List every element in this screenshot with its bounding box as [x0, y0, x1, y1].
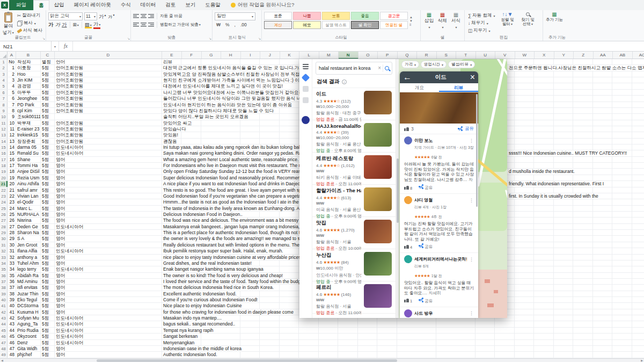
font-color-button[interactable]: 가▾	[93, 21, 101, 29]
row-header-29[interactable]: 29	[0, 230, 8, 235]
cell[interactable]: 5점	[41, 150, 55, 156]
sheet-row-48[interactable]: 4847Gita Widh5점영어Indonesian oase in the …	[0, 346, 644, 352]
row-header-27[interactable]: 27	[0, 218, 8, 223]
more-options-icon[interactable]: ⋮	[469, 310, 474, 316]
cell[interactable]: 5점	[41, 120, 55, 126]
column-header-Z[interactable]: Z	[574, 52, 594, 59]
cell[interactable]: Renald Su	[16, 150, 41, 156]
cell[interactable]: Eko Tegul	[16, 297, 41, 302]
cell[interactable]: 17	[8, 163, 16, 168]
row-header-7[interactable]: 7	[0, 96, 8, 101]
directions-icon[interactable]	[302, 74, 310, 82]
cell[interactable]: 46	[8, 340, 16, 345]
cell[interactable]: 영어	[55, 230, 162, 235]
cut-button[interactable]: ✂잘라내기	[16, 12, 43, 19]
cell[interactable]: Marc L.	[16, 206, 41, 211]
cell[interactable]: 13	[8, 139, 16, 144]
cell[interactable]: 20	[8, 181, 16, 186]
row-header-42[interactable]: 42	[0, 309, 8, 315]
thumb-up-icon[interactable]	[404, 298, 409, 302]
cell[interactable]: 18	[8, 169, 16, 174]
result-item[interactable]: 케르반 레스토랑4.4 ★★★★☆ (1,012)₩₩터키 음식점 · 서울 이…	[312, 153, 396, 185]
row-header-20[interactable]: 20	[0, 175, 8, 180]
fill-color-button[interactable]: ▨▾	[85, 21, 92, 28]
cell[interactable]: 인도네시아어	[55, 328, 162, 333]
cell[interactable]: 35	[8, 273, 16, 278]
cell[interactable]: 영어	[55, 346, 162, 351]
tab-도움말[interactable]: 도움말	[200, 0, 225, 10]
row-header-43[interactable]: 43	[0, 315, 8, 321]
align-center-button[interactable]	[141, 23, 147, 27]
menu-icon[interactable]	[303, 63, 309, 69]
cell[interactable]: 5점	[41, 303, 55, 308]
cell-style-메모[interactable]: 메모	[293, 21, 321, 29]
scroll-left-arrow[interactable]: ◀	[1, 359, 3, 362]
column-header-M[interactable]: M	[319, 52, 339, 59]
result-item[interactable]: 이드4.3 ★★★★☆ (112)₩10,000~20,000할랄 음식점 · …	[312, 88, 396, 120]
cell[interactable]: Sharon Na	[16, 230, 41, 235]
close-icon[interactable]: ×	[470, 73, 475, 82]
cell[interactable]: 언어조회안됨	[55, 65, 162, 70]
result-thumbnail[interactable]	[364, 123, 392, 147]
row-header-38[interactable]: 38	[0, 285, 8, 290]
cell[interactable]: 5점	[41, 346, 55, 351]
cell[interactable]: 인도네시아어	[55, 266, 162, 272]
cell[interactable]: 조sok00111	[16, 114, 41, 119]
cell[interactable]: Nisrina	[16, 218, 41, 223]
cell[interactable]: 영어	[55, 242, 162, 248]
cell[interactable]: 43	[8, 321, 16, 327]
cell[interactable]: 5점	[41, 139, 55, 144]
styles-gallery-arrows[interactable]: ▲▼≡	[409, 12, 413, 30]
cell[interactable]: Md Aminu	[16, 279, 41, 284]
cell[interactable]: 작성자	[16, 59, 41, 64]
row-header-36[interactable]: 36	[0, 273, 8, 278]
more-options-icon[interactable]: ⋮	[469, 198, 474, 203]
filter-chip-가격[interactable]: 가격▾	[401, 61, 419, 68]
column-header-U[interactable]: U	[476, 52, 496, 59]
row-header-12[interactable]: 12	[0, 126, 8, 132]
cell[interactable]: 5점	[41, 83, 55, 89]
place-photo[interactable]	[400, 92, 478, 124]
share-icon[interactable]	[419, 298, 423, 302]
scrollbar-thumb[interactable]	[97, 359, 397, 362]
font-size-select[interactable]: 11▾	[84, 12, 97, 20]
cell[interactable]: 언어조회안됨	[55, 77, 162, 83]
cell[interactable]: 10	[8, 120, 16, 126]
row-header-22[interactable]: 22	[0, 187, 8, 193]
cell[interactable]: cpl Kim	[16, 108, 41, 113]
result-thumbnail[interactable]	[364, 187, 392, 211]
column-header-G[interactable]: G	[202, 52, 222, 59]
cell[interactable]: Juzar Thin	[16, 291, 41, 296]
cell[interactable]: 12	[8, 132, 16, 137]
cell-style-설명 텍스트[interactable]: 설명 텍스트	[322, 21, 350, 29]
tab-홈[interactable]: 홈	[33, 0, 49, 10]
row-header-8[interactable]: 8	[0, 102, 8, 107]
cell[interactable]: 5점	[41, 212, 55, 217]
cell[interactable]: 24	[8, 206, 16, 211]
column-header-A[interactable]: A	[8, 52, 16, 59]
align-right-button[interactable]	[148, 23, 154, 27]
result-thumbnail[interactable]	[364, 252, 392, 276]
cell[interactable]: 3	[8, 77, 16, 83]
cell[interactable]: 영어	[55, 260, 162, 266]
cell[interactable]: 28	[8, 230, 16, 235]
copy-button[interactable]: 복사▾	[16, 19, 43, 27]
cell[interactable]: 5점	[41, 291, 55, 296]
cell[interactable]: 5점	[41, 266, 55, 272]
clear-search-icon[interactable]: ×	[378, 66, 381, 71]
row-header-34[interactable]: 34	[0, 260, 8, 266]
cell[interactable]: 1	[8, 65, 16, 70]
cell[interactable]: Gita Widh	[16, 346, 41, 351]
sheet-row-46[interactable]: 4645Okyzoont5점인도네시아어Sangat berkesan	[0, 334, 644, 339]
cell[interactable]: 5점	[41, 187, 55, 193]
cell[interactable]: 영어	[55, 285, 162, 290]
cell[interactable]: 인도네시아어	[55, 315, 162, 321]
cell[interactable]: 영어	[55, 309, 162, 315]
row-header-5[interactable]: 5	[0, 83, 8, 89]
cell[interactable]: 5점	[41, 206, 55, 211]
tab-삽입[interactable]: 삽입	[49, 0, 69, 10]
cell[interactable]: 영어	[55, 163, 162, 168]
cell[interactable]: 44	[8, 328, 16, 333]
cell[interactable]: Tuhel Ahm	[16, 260, 41, 266]
cell[interactable]: Menyenangkan	[162, 340, 644, 345]
